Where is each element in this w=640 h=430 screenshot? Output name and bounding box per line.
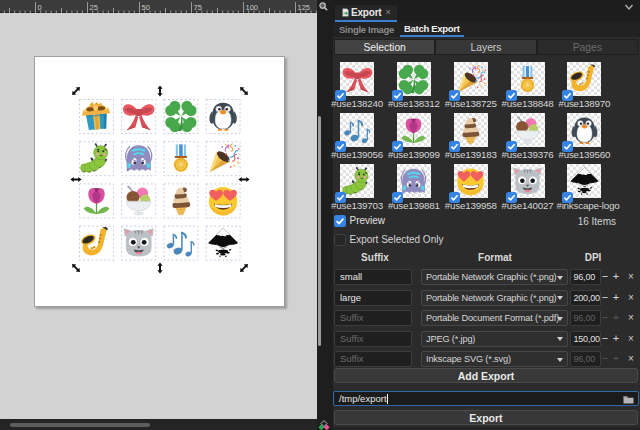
canvas-objects[interactable] (0, 13, 317, 419)
batch-item-checkbox[interactable] (449, 138, 460, 149)
segment-selection[interactable]: Selection (334, 39, 435, 55)
canvas-object-saxophone[interactable] (79, 227, 108, 255)
batch-item[interactable]: #use138970 (556, 62, 612, 109)
remove-row-button[interactable]: × (625, 269, 637, 285)
remove-row-button[interactable]: × (625, 351, 637, 367)
dpi-value[interactable]: 150,00 (570, 331, 601, 347)
format-select[interactable]: Portable Network Graphic (*.png) (421, 269, 568, 285)
batch-item-checkbox[interactable] (506, 138, 517, 149)
export-tab-close-icon[interactable]: × (385, 7, 390, 17)
canvas-object-ice-cream-sundae[interactable] (126, 185, 151, 215)
batch-item-thumbnail-caterpillar[interactable] (340, 164, 374, 198)
horizontal-scrollbar-thumb[interactable] (10, 423, 150, 427)
batch-item-checkbox[interactable] (562, 189, 573, 200)
batch-item[interactable]: #inkscape-logo (556, 164, 612, 211)
batch-item-thumbnail-party-popper[interactable] (454, 62, 488, 96)
batch-item-checkbox[interactable] (392, 138, 403, 149)
batch-item-thumbnail-bow[interactable] (340, 62, 374, 96)
suffix-input[interactable]: small (334, 269, 412, 285)
canvas-object-inkscape-logo[interactable] (208, 228, 238, 257)
batch-item-thumbnail-penguin[interactable] (567, 113, 601, 147)
batch-item[interactable]: #use138725 (443, 62, 499, 109)
batch-item-checkbox[interactable] (392, 189, 403, 200)
batch-item-thumbnail-medal[interactable] (511, 62, 545, 96)
format-select[interactable]: Portable Network Graphic (*.png) (421, 290, 568, 306)
format-select[interactable]: Inkscape SVG (*.svg) (421, 351, 568, 367)
batch-item[interactable]: #use139183 (443, 113, 499, 160)
canvas-object-heart-eyes[interactable] (209, 187, 237, 215)
batch-item[interactable]: #use139376 (500, 113, 556, 160)
canvas-object-gift[interactable] (81, 100, 112, 130)
batch-item[interactable]: #use139958 (443, 164, 499, 211)
batch-item-thumbnail-tulip[interactable] (397, 113, 431, 147)
batch-item[interactable]: #use139560 (556, 113, 612, 160)
dpi-increase-button[interactable]: + (610, 269, 622, 285)
batch-item-thumbnail-heart-eyes[interactable] (454, 164, 488, 198)
batch-item[interactable]: #use139881 (386, 164, 442, 211)
canvas-object-penguin[interactable] (209, 103, 236, 131)
horizontal-scrollbar[interactable] (0, 419, 317, 430)
suffix-input[interactable]: Suffix (334, 310, 412, 326)
suffix-input[interactable]: Suffix (334, 331, 412, 347)
preview-checkbox[interactable] (334, 215, 346, 227)
selection-scale-handle[interactable] (238, 85, 250, 97)
dpi-increase-button[interactable]: + (610, 290, 622, 306)
batch-item[interactable]: #use138240 (329, 62, 385, 109)
dpi-increase-button[interactable]: + (610, 331, 622, 347)
canvas-viewport[interactable] (0, 13, 317, 419)
batch-item-checkbox[interactable] (335, 189, 346, 200)
batch-item-thumbnail-octopus[interactable] (397, 164, 431, 198)
format-select[interactable]: Portable Document Format (*.pdf) (421, 310, 568, 326)
remove-row-button[interactable]: × (625, 310, 637, 326)
folder-icon[interactable] (623, 395, 634, 404)
canvas-object-octopus[interactable] (126, 145, 152, 171)
canvas-object-tulip[interactable] (84, 188, 109, 214)
batch-item-checkbox[interactable] (392, 87, 403, 98)
suffix-input[interactable]: large (334, 290, 412, 306)
batch-item-checkbox[interactable] (562, 138, 573, 149)
canvas-object-cat-face[interactable] (124, 228, 154, 256)
batch-item-thumbnail-soft-ice-cream[interactable] (454, 113, 488, 147)
batch-item[interactable]: #use139703 (329, 164, 385, 211)
horizontal-ruler[interactable]: 0255075100125 (0, 0, 317, 13)
batch-item-checkbox[interactable] (506, 189, 517, 200)
selection-scale-handle[interactable] (70, 177, 81, 182)
vertical-scrollbar[interactable] (317, 13, 323, 419)
batch-item-thumbnail-ice-cream-sundae[interactable] (511, 113, 545, 147)
selection-scale-handle[interactable] (157, 262, 162, 273)
dpi-value[interactable]: 96,00 (570, 310, 601, 326)
panel-menu-chevron-icon[interactable] (623, 1, 635, 13)
batch-item-checkbox[interactable] (449, 189, 460, 200)
batch-item-checkbox[interactable] (449, 87, 460, 98)
batch-item-thumbnail-cat-face[interactable] (511, 164, 545, 198)
vertical-scrollbar-thumb[interactable] (318, 116, 321, 346)
batch-item-thumbnail-musical-notes[interactable] (340, 113, 374, 147)
batch-item[interactable]: #use138848 (500, 62, 556, 109)
selection-scale-handle[interactable] (238, 177, 249, 182)
batch-item-checkbox[interactable] (562, 87, 573, 98)
dpi-value[interactable]: 96,00 (570, 269, 601, 285)
batch-item[interactable]: #use139056 (329, 113, 385, 160)
dpi-value[interactable]: 96,00 (570, 351, 601, 367)
dpi-value[interactable]: 200,00 (570, 290, 601, 306)
selection-scale-handle[interactable] (70, 85, 82, 97)
batch-item-thumbnail-saxophone[interactable] (567, 62, 601, 96)
export-dialog-tab[interactable]: Export × (335, 5, 397, 22)
batch-item-thumbnail-clover[interactable] (397, 62, 431, 96)
canvas-object-party-popper[interactable] (210, 143, 240, 172)
canvas-object-soft-ice-cream[interactable] (171, 187, 190, 215)
tab-single-image[interactable]: Single Image (335, 22, 398, 37)
export-selected-checkbox[interactable] (334, 234, 346, 246)
format-select[interactable]: JPEG (*.jpg) (421, 331, 568, 347)
add-export-button[interactable]: Add Export (334, 368, 638, 383)
batch-item[interactable]: #use139099 (386, 113, 442, 160)
tab-batch-export[interactable]: Batch Export (400, 22, 464, 37)
batch-item-thumbnail-inkscape-logo[interactable] (567, 164, 601, 198)
canvas-object-medal[interactable] (174, 145, 188, 172)
selection-scale-handle[interactable] (70, 262, 82, 274)
canvas-object-caterpillar[interactable] (81, 143, 108, 172)
selection-scale-handle[interactable] (238, 262, 250, 274)
batch-item[interactable]: #use140027 (500, 164, 556, 211)
magnifier-icon[interactable] (318, 1, 330, 13)
batch-item-checkbox[interactable] (335, 87, 346, 98)
